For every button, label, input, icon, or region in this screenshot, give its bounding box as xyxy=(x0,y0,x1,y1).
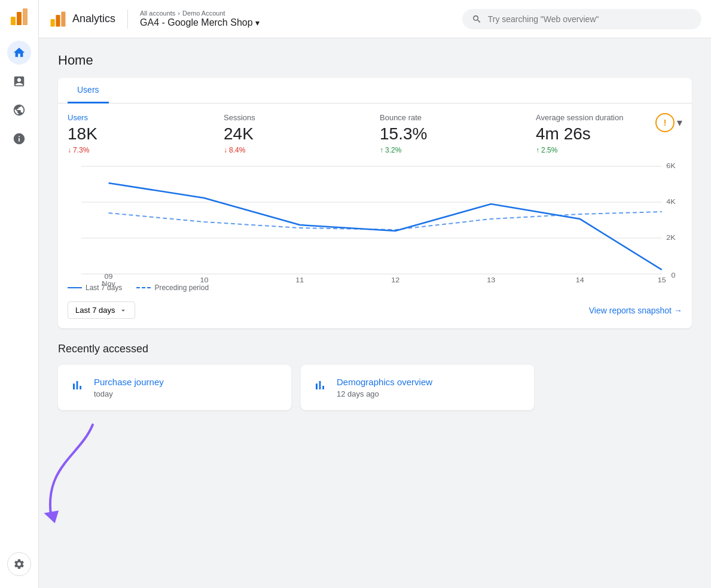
chart-legend: Last 7 days Preceding period xyxy=(58,279,692,297)
down-arrow-icon: ↓ xyxy=(68,146,71,154)
chart-container: 6K 4K 2K 0 09 Nov 10 11 xyxy=(58,159,692,279)
app-title: Analytics xyxy=(48,10,115,29)
stats-card: Users Users 18K ↓ 7.3% Sessions xyxy=(58,78,692,328)
metric-sessions-change: ↓ 8.4% xyxy=(224,146,361,154)
header-divider xyxy=(127,10,128,29)
metric-bounce: Bounce rate 15.3% ↑ 3.2% xyxy=(370,113,526,154)
svg-text:14: 14 xyxy=(576,276,584,284)
app-name-label: Analytics xyxy=(72,13,115,25)
date-range-label: Last 7 days xyxy=(75,306,115,315)
line-chart: 6K 4K 2K 0 09 Nov 10 11 xyxy=(68,159,682,279)
metric-bounce-label: Bounce rate xyxy=(380,113,517,122)
down-arrow-icon-2: ↓ xyxy=(224,146,227,154)
svg-rect-3 xyxy=(51,19,55,26)
nav-home[interactable] xyxy=(7,41,31,65)
analytics-logo-icon xyxy=(48,10,68,29)
card-info-demographics: Demographics overview 12 days ago xyxy=(337,377,432,398)
metric-users: Users 18K ↓ 7.3% xyxy=(68,113,214,154)
card-time-demographics: 12 days ago xyxy=(337,389,432,398)
nav-advertising[interactable] xyxy=(7,127,31,151)
svg-rect-1 xyxy=(17,12,22,25)
search-icon xyxy=(472,14,482,25)
legend-previous: Preceding period xyxy=(136,284,209,292)
nav-bottom xyxy=(7,552,31,582)
search-input[interactable] xyxy=(488,14,692,24)
svg-text:15: 15 xyxy=(658,276,666,284)
up-arrow-icon: ↑ xyxy=(380,146,383,154)
recent-card-purchase-journey[interactable]: Purchase journey today xyxy=(58,365,291,410)
breadcrumb: All accounts › Demo Account xyxy=(140,10,260,17)
settings-button[interactable] xyxy=(7,552,31,576)
metric-users-change: ↓ 7.3% xyxy=(68,146,205,154)
svg-rect-0 xyxy=(11,17,16,25)
svg-text:0: 0 xyxy=(672,272,676,279)
warning-icon[interactable]: ! xyxy=(655,113,675,132)
search-bar[interactable] xyxy=(462,9,701,29)
metric-duration-label: Average session duration xyxy=(536,113,673,122)
svg-text:13: 13 xyxy=(487,276,495,284)
metric-bounce-change: ↑ 3.2% xyxy=(380,146,517,154)
chart-footer: Last 7 days View reports snapshot → xyxy=(58,297,692,319)
card-time-purchase: today xyxy=(94,389,164,398)
svg-text:11: 11 xyxy=(295,276,304,284)
account-name: GA4 - Google Merch Shop ▾ xyxy=(140,17,260,28)
metric-duration-change: ↑ 2.5% xyxy=(536,146,673,154)
app-logo[interactable] xyxy=(8,6,30,28)
recently-accessed-title: Recently accessed xyxy=(58,343,692,355)
metric-sessions: Sessions 24K ↓ 8.4% xyxy=(214,113,370,154)
card-name-demographics: Demographics overview xyxy=(337,377,432,387)
metric-users-value: 18K xyxy=(68,124,205,144)
svg-text:Nov: Nov xyxy=(102,280,115,288)
expand-icon[interactable]: ▾ xyxy=(677,116,682,129)
svg-text:2K: 2K xyxy=(666,234,675,242)
svg-text:12: 12 xyxy=(391,276,399,284)
card-info-purchase: Purchase journey today xyxy=(94,377,164,398)
svg-text:10: 10 xyxy=(200,276,208,284)
svg-rect-5 xyxy=(61,11,65,26)
svg-rect-2 xyxy=(23,8,28,25)
metric-users-label: Users xyxy=(68,113,205,122)
metric-duration-value: 4m 26s xyxy=(536,124,673,144)
metric-bounce-value: 15.3% xyxy=(380,124,517,144)
svg-text:4K: 4K xyxy=(666,198,675,206)
nav-reports[interactable] xyxy=(7,69,31,93)
up-arrow-icon-2: ↑ xyxy=(536,146,539,154)
view-reports-link[interactable]: View reports snapshot → xyxy=(589,306,682,315)
legend-previous-line xyxy=(136,287,151,288)
svg-text:6K: 6K xyxy=(666,162,675,170)
left-nav xyxy=(0,0,39,588)
svg-rect-4 xyxy=(56,14,60,26)
card-name-purchase: Purchase journey xyxy=(94,377,164,387)
top-bar: Analytics All accounts › Demo Account GA… xyxy=(39,0,711,38)
legend-previous-label: Preceding period xyxy=(154,284,209,292)
dropdown-icon xyxy=(119,306,127,315)
bar-chart-icon-1 xyxy=(70,378,84,392)
stats-metrics: Users 18K ↓ 7.3% Sessions 24K ↓ 8.4% xyxy=(58,103,692,159)
account-selector[interactable]: All accounts › Demo Account GA4 - Google… xyxy=(140,10,260,28)
bar-chart-icon-2 xyxy=(313,378,327,392)
warning-area: ! ▾ xyxy=(655,113,682,132)
page-title: Home xyxy=(58,53,692,68)
metric-sessions-value: 24K xyxy=(224,124,361,144)
date-range-button[interactable]: Last 7 days xyxy=(68,301,135,319)
legend-current-line xyxy=(68,287,82,288)
nav-explore[interactable] xyxy=(7,98,31,122)
recently-accessed-cards: Purchase journey today Demographics over… xyxy=(58,365,692,410)
recent-card-demographics[interactable]: Demographics overview 12 days ago xyxy=(301,365,534,410)
tab-users[interactable]: Users xyxy=(68,78,109,103)
main-content: Home Users Users 18K ↓ 7.3% xyxy=(39,38,711,588)
metric-sessions-label: Sessions xyxy=(224,113,361,122)
stats-tabs: Users xyxy=(58,78,692,103)
